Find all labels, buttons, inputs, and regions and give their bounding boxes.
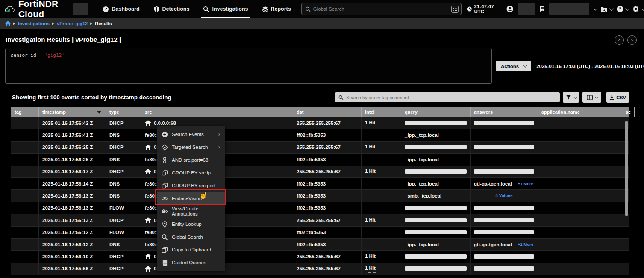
column-header-answers[interactable]: answers bbox=[471, 107, 538, 117]
column-header-intel[interactable]: intel bbox=[362, 107, 401, 117]
nav-label: Dashboard bbox=[112, 6, 139, 12]
search-options-icon[interactable] bbox=[451, 6, 459, 13]
table-row[interactable]: 2025-01-16 17:56:25 ZDNSfe80::feff02::fb… bbox=[11, 154, 629, 166]
context-menu-item-search-events[interactable]: Search Events› bbox=[157, 128, 225, 141]
cell-dst[interactable]: ff02::fb:5353 bbox=[293, 178, 362, 189]
context-menu-item-guided-queries[interactable]: Guided Queries bbox=[157, 256, 225, 269]
cell-query[interactable]: _smb._tcp.local bbox=[401, 190, 471, 201]
context-menu-item-and-src-port-68[interactable]: AND src.port=68 bbox=[157, 154, 225, 166]
context-menu-item-group-by-src-ip[interactable]: GROUP BY src.ip bbox=[157, 166, 225, 179]
query-expression: sensor_id = bbox=[11, 53, 44, 58]
cell-answers bbox=[471, 142, 538, 153]
table-row[interactable]: 2025-01-16 17:56:25 ZDHCP0.0.255.255.255… bbox=[11, 142, 629, 154]
src-value[interactable]: 0.0.0.0:68 bbox=[154, 121, 176, 126]
column-header-application-name[interactable]: application.name bbox=[538, 107, 622, 117]
table-row[interactable]: 2025-01-16 17:56:12 ZFLOWfe80::feff02::f… bbox=[11, 227, 629, 239]
cell-query[interactable]: _ipp._tcp.local bbox=[401, 154, 471, 165]
home-icon bbox=[145, 254, 151, 259]
table-row[interactable]: 2025-01-16 17:56:12 ZDNSfe80::feff02::fb… bbox=[11, 239, 629, 251]
cell-dst[interactable]: 255.255.255.255:67 bbox=[293, 214, 362, 226]
column-header-tag[interactable]: tag bbox=[11, 107, 39, 117]
nav-item-reports[interactable]: Reports bbox=[255, 0, 298, 18]
cell-answers: gti-qa-tgen.local+1 More bbox=[471, 178, 538, 189]
column-header-query[interactable]: query bbox=[401, 107, 471, 117]
intel-hit-link[interactable]: 1 Hit bbox=[365, 119, 376, 127]
cell-dst[interactable]: 255.255.255.255:67 bbox=[293, 142, 362, 153]
cell-query[interactable]: _ipp._tcp.local bbox=[401, 129, 471, 141]
cell-query[interactable]: _ipp._tcp.local bbox=[401, 178, 471, 189]
filter-button[interactable] bbox=[563, 92, 579, 103]
cell-dst[interactable]: 255.255.255.255:67 bbox=[293, 117, 362, 129]
user-avatar-icon[interactable] bbox=[506, 5, 513, 13]
cell-dst[interactable]: ff02::fb:5353 bbox=[293, 239, 362, 250]
table-row[interactable]: 2025-01-16 17:56:42 ZDHCP0.0.0.0:68255.2… bbox=[11, 117, 629, 129]
context-menu-item-view-create-annotations[interactable]: View/Create Annotations bbox=[157, 205, 225, 218]
global-search-input[interactable] bbox=[313, 6, 448, 12]
nav-item-detections[interactable]: Detections bbox=[147, 0, 197, 18]
intel-hit-link[interactable]: 1 Hit bbox=[365, 168, 376, 175]
cell-dst[interactable]: 255.255.255.255:67 bbox=[293, 166, 362, 177]
cell-dst[interactable]: ff02::fb:5353 bbox=[293, 129, 362, 141]
breadcrumb-vprobe[interactable]: vProbe_gig12 bbox=[57, 21, 88, 26]
column-header-sc[interactable]: sc bbox=[622, 107, 635, 117]
cell-query[interactable]: _ipp._tcp.local bbox=[401, 239, 471, 250]
context-menu-item-endacevision[interactable]: EndaceVision bbox=[157, 192, 225, 205]
bookmark-icon[interactable] bbox=[540, 6, 545, 12]
table-row[interactable]: 2025-01-16 17:56:10 ZDHCP0.0.255.255.255… bbox=[11, 251, 629, 263]
breadcrumb-investigations[interactable]: Investigations bbox=[18, 21, 50, 26]
intel-hit-link[interactable]: 1 Hit bbox=[365, 143, 376, 151]
table-row[interactable]: 2025-01-16 17:56:13 ZDHCP0.0.255.255.255… bbox=[11, 214, 629, 226]
column-header-timestamp[interactable]: timestamp bbox=[39, 107, 106, 117]
answers-values-link[interactable]: 4 Values bbox=[495, 193, 512, 198]
answers-value[interactable]: gti-qa-tgen.local bbox=[474, 181, 512, 186]
csv-export-button[interactable]: CSV bbox=[606, 92, 629, 103]
column-header-dst[interactable]: dst bbox=[293, 107, 362, 117]
context-menu-item-group-by-src-port[interactable]: GROUP BY src.port bbox=[157, 179, 225, 192]
cell-dst[interactable]: ff02::fb:5353 bbox=[293, 202, 362, 214]
cell-application-name bbox=[538, 129, 622, 141]
help-menu[interactable]: ? bbox=[617, 6, 628, 12]
answers-more-link[interactable]: +1 More bbox=[518, 242, 533, 247]
cell-dst[interactable]: 255.255.255.255:67 bbox=[293, 263, 362, 275]
actions-button[interactable]: Actions bbox=[496, 61, 531, 71]
answers-value[interactable]: gti-qa-tgen.local bbox=[474, 242, 512, 247]
columns-button[interactable] bbox=[582, 92, 601, 103]
cell-intel bbox=[362, 202, 401, 214]
answers-more-link[interactable]: +1 More bbox=[518, 181, 533, 186]
column-header-type[interactable]: type bbox=[106, 107, 141, 117]
cell-query bbox=[401, 263, 471, 275]
cell-dst[interactable]: 255.255.255.255:67 bbox=[293, 251, 362, 262]
intel-hit-link[interactable]: 1 Hit bbox=[365, 265, 376, 272]
saved-searches-menu[interactable] bbox=[600, 6, 612, 12]
redacted-value-bar bbox=[474, 206, 534, 210]
next-page-button[interactable]: › bbox=[627, 35, 637, 45]
chevron-down-icon[interactable] bbox=[593, 6, 597, 10]
table-row[interactable]: 2025-01-16 17:55:56 ZDHCP0.0.0.0:68255.2… bbox=[11, 263, 629, 275]
cell-type: DHCP bbox=[106, 117, 141, 129]
cell-dst[interactable]: ff02::fb:5353 bbox=[293, 190, 362, 201]
column-header-src[interactable]: src bbox=[141, 107, 293, 117]
table-row[interactable]: 2025-01-16 17:56:13 ZFLOWfe80::60ff02::f… bbox=[11, 202, 629, 214]
intel-hit-link[interactable]: 1 Hit bbox=[365, 253, 376, 260]
prev-page-button[interactable]: ‹ bbox=[615, 35, 624, 45]
context-menu: Search Events›Targeted Search›AND src.po… bbox=[157, 126, 225, 271]
home-icon[interactable] bbox=[5, 21, 11, 26]
context-menu-item-global-search[interactable]: Global Search bbox=[157, 231, 225, 243]
date-range[interactable]: 2025-01-16 17:03 (UTC) - 2025-01-16 18:0… bbox=[536, 64, 644, 69]
cell-dst[interactable]: ff02::fb:5353 bbox=[293, 154, 362, 165]
table-row[interactable]: 2025-01-16 17:56:17 ZDHCP0.0.255.255.255… bbox=[11, 166, 629, 178]
settings-menu[interactable] bbox=[632, 6, 644, 12]
context-menu-item-entity-lookup[interactable]: Entity Lookup bbox=[157, 218, 225, 231]
query-editor[interactable]: sensor_id = 'gig12' bbox=[5, 48, 492, 84]
vertical-scrollbar[interactable] bbox=[625, 121, 628, 216]
context-menu-item-targeted-search[interactable]: Targeted Search› bbox=[157, 141, 225, 154]
table-row[interactable]: 2025-01-16 17:56:13 ZDNSfe80::6Dff02::fb… bbox=[11, 190, 629, 202]
tag-search-input[interactable] bbox=[346, 95, 556, 100]
context-menu-item-copy-to-clipboard[interactable]: Copy to Clipboard bbox=[157, 243, 225, 256]
intel-hit-link[interactable]: 1 Hit bbox=[365, 216, 376, 224]
table-row[interactable]: 2025-01-16 17:56:14 ZDNSfe80::feff02::fb… bbox=[11, 178, 629, 190]
nav-item-investigations[interactable]: Investigations bbox=[196, 0, 255, 18]
nav-item-dashboard[interactable]: Dashboard bbox=[96, 0, 146, 18]
table-row[interactable]: 2025-01-16 17:56:41 ZDNSfe80::feff02::fb… bbox=[11, 129, 629, 141]
cell-dst[interactable]: ff02::fb:5353 bbox=[293, 227, 362, 238]
